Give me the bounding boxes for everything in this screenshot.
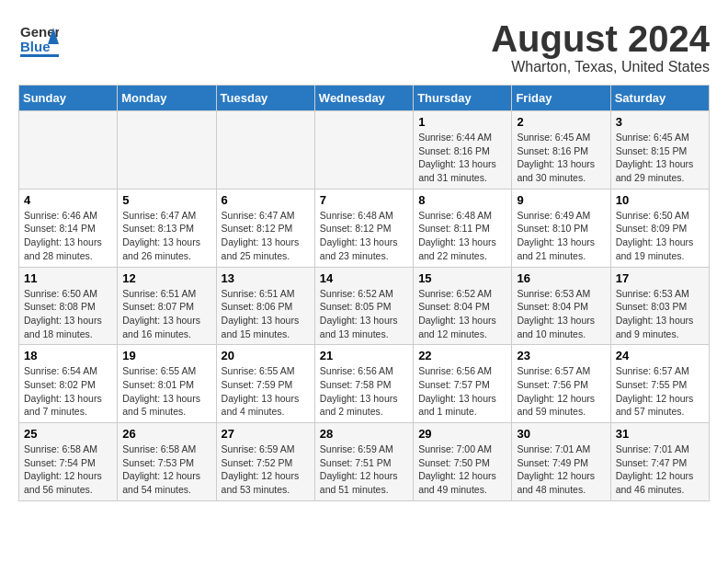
calendar-day-header: Tuesday (216, 86, 314, 111)
day-info: Sunrise: 6:51 AMSunset: 8:06 PMDaylight:… (222, 287, 310, 341)
day-info: Sunrise: 6:56 AMSunset: 7:58 PMDaylight:… (320, 364, 408, 419)
calendar-cell: 30Sunrise: 7:01 AMSunset: 7:49 PMDayligh… (512, 423, 610, 501)
calendar-cell: 2Sunrise: 6:45 AMSunset: 8:16 PMDaylight… (512, 111, 610, 190)
day-number: 12 (122, 271, 210, 285)
day-number: 29 (418, 427, 506, 441)
day-number: 28 (320, 427, 408, 441)
day-number: 27 (222, 427, 310, 441)
day-info: Sunrise: 6:59 AMSunset: 7:52 PMDaylight:… (222, 442, 310, 497)
calendar-cell: 10Sunrise: 6:50 AMSunset: 8:09 PMDayligh… (610, 189, 709, 267)
calendar-cell: 17Sunrise: 6:53 AMSunset: 8:03 PMDayligh… (610, 267, 709, 345)
calendar-cell: 11Sunrise: 6:50 AMSunset: 8:08 PMDayligh… (19, 267, 118, 345)
calendar-cell: 13Sunrise: 6:51 AMSunset: 8:06 PMDayligh… (216, 267, 314, 345)
calendar-cell: 22Sunrise: 6:56 AMSunset: 7:57 PMDayligh… (414, 345, 512, 423)
day-info: Sunrise: 6:55 AMSunset: 8:01 PMDaylight:… (122, 364, 210, 419)
day-info: Sunrise: 6:49 AMSunset: 8:10 PMDaylight:… (517, 209, 605, 263)
day-number: 20 (222, 349, 310, 362)
day-info: Sunrise: 6:46 AMSunset: 8:14 PMDaylight:… (24, 209, 112, 263)
day-info: Sunrise: 6:55 AMSunset: 7:59 PMDaylight:… (222, 364, 310, 419)
day-number: 8 (418, 193, 506, 207)
calendar-week-row: 4Sunrise: 6:46 AMSunset: 8:14 PMDaylight… (19, 189, 710, 267)
calendar-day-header: Monday (118, 86, 216, 111)
day-info: Sunrise: 6:45 AMSunset: 8:16 PMDaylight:… (517, 131, 605, 185)
calendar-cell: 24Sunrise: 6:57 AMSunset: 7:55 PMDayligh… (610, 345, 709, 423)
day-number: 6 (222, 193, 310, 207)
day-info: Sunrise: 6:52 AMSunset: 8:05 PMDaylight:… (320, 287, 408, 341)
day-info: Sunrise: 6:57 AMSunset: 7:55 PMDaylight:… (616, 364, 704, 419)
calendar-day-header: Sunday (19, 86, 118, 111)
day-info: Sunrise: 6:48 AMSunset: 8:11 PMDaylight:… (418, 209, 506, 263)
day-info: Sunrise: 6:53 AMSunset: 8:03 PMDaylight:… (616, 287, 704, 341)
day-number: 1 (418, 115, 506, 129)
calendar-cell (19, 111, 118, 190)
day-number: 26 (122, 427, 210, 441)
page-header: General Blue August 2024 Wharton, Texas,… (18, 18, 710, 75)
day-number: 15 (418, 271, 506, 285)
calendar-cell: 12Sunrise: 6:51 AMSunset: 8:07 PMDayligh… (118, 267, 216, 345)
day-info: Sunrise: 6:47 AMSunset: 8:12 PMDaylight:… (222, 209, 310, 263)
day-info: Sunrise: 6:52 AMSunset: 8:04 PMDaylight:… (418, 287, 506, 341)
day-info: Sunrise: 6:53 AMSunset: 8:04 PMDaylight:… (517, 287, 605, 341)
day-number: 31 (616, 427, 704, 441)
calendar-cell: 19Sunrise: 6:55 AMSunset: 8:01 PMDayligh… (118, 345, 216, 423)
day-number: 13 (222, 271, 310, 285)
day-number: 30 (517, 427, 605, 441)
calendar-week-row: 1Sunrise: 6:44 AMSunset: 8:16 PMDaylight… (19, 111, 710, 190)
day-info: Sunrise: 7:01 AMSunset: 7:47 PMDaylight:… (616, 442, 704, 497)
calendar-cell: 14Sunrise: 6:52 AMSunset: 8:05 PMDayligh… (314, 267, 413, 345)
day-info: Sunrise: 7:00 AMSunset: 7:50 PMDaylight:… (418, 442, 506, 497)
calendar-day-header: Thursday (414, 86, 512, 111)
calendar-cell: 1Sunrise: 6:44 AMSunset: 8:16 PMDaylight… (414, 111, 512, 190)
day-number: 17 (616, 271, 704, 285)
calendar-cell: 8Sunrise: 6:48 AMSunset: 8:11 PMDaylight… (414, 189, 512, 267)
day-info: Sunrise: 6:48 AMSunset: 8:12 PMDaylight:… (320, 209, 408, 263)
calendar-day-header: Saturday (610, 86, 709, 111)
calendar-table: SundayMondayTuesdayWednesdayThursdayFrid… (18, 85, 710, 501)
day-info: Sunrise: 6:58 AMSunset: 7:54 PMDaylight:… (24, 442, 112, 497)
day-number: 16 (517, 271, 605, 285)
day-info: Sunrise: 6:56 AMSunset: 7:57 PMDaylight:… (418, 364, 506, 419)
calendar-cell (118, 111, 216, 190)
day-number: 5 (122, 193, 210, 207)
day-info: Sunrise: 6:50 AMSunset: 8:09 PMDaylight:… (616, 209, 704, 263)
calendar-week-row: 18Sunrise: 6:54 AMSunset: 8:02 PMDayligh… (19, 345, 710, 423)
day-number: 9 (517, 193, 605, 207)
calendar-cell: 25Sunrise: 6:58 AMSunset: 7:54 PMDayligh… (19, 423, 118, 501)
calendar-cell: 26Sunrise: 6:58 AMSunset: 7:53 PMDayligh… (118, 423, 216, 501)
calendar-cell: 28Sunrise: 6:59 AMSunset: 7:51 PMDayligh… (314, 423, 413, 501)
day-number: 23 (517, 349, 605, 362)
calendar-cell (314, 111, 413, 190)
day-number: 4 (24, 193, 112, 207)
title-area: August 2024 Wharton, Texas, United State… (491, 18, 710, 75)
calendar-cell: 5Sunrise: 6:47 AMSunset: 8:13 PMDaylight… (118, 189, 216, 267)
day-info: Sunrise: 6:58 AMSunset: 7:53 PMDaylight:… (122, 442, 210, 497)
calendar-cell: 21Sunrise: 6:56 AMSunset: 7:58 PMDayligh… (314, 345, 413, 423)
calendar-cell: 4Sunrise: 6:46 AMSunset: 8:14 PMDaylight… (19, 189, 118, 267)
calendar-cell: 16Sunrise: 6:53 AMSunset: 8:04 PMDayligh… (512, 267, 610, 345)
calendar-cell: 20Sunrise: 6:55 AMSunset: 7:59 PMDayligh… (216, 345, 314, 423)
day-info: Sunrise: 6:50 AMSunset: 8:08 PMDaylight:… (24, 287, 112, 341)
page-subtitle: Wharton, Texas, United States (491, 59, 710, 75)
calendar-cell: 6Sunrise: 6:47 AMSunset: 8:12 PMDaylight… (216, 189, 314, 267)
calendar-cell: 15Sunrise: 6:52 AMSunset: 8:04 PMDayligh… (414, 267, 512, 345)
svg-text:Blue: Blue (20, 39, 51, 54)
day-info: Sunrise: 6:47 AMSunset: 8:13 PMDaylight:… (122, 209, 210, 263)
calendar-day-header: Friday (512, 86, 610, 111)
day-number: 3 (616, 115, 704, 129)
calendar-cell (216, 111, 314, 190)
day-info: Sunrise: 6:57 AMSunset: 7:56 PMDaylight:… (517, 364, 605, 419)
day-info: Sunrise: 6:59 AMSunset: 7:51 PMDaylight:… (320, 442, 408, 497)
calendar-week-row: 25Sunrise: 6:58 AMSunset: 7:54 PMDayligh… (19, 423, 710, 501)
calendar-cell: 9Sunrise: 6:49 AMSunset: 8:10 PMDaylight… (512, 189, 610, 267)
calendar-cell: 3Sunrise: 6:45 AMSunset: 8:15 PMDaylight… (610, 111, 709, 190)
page-title: August 2024 (491, 18, 710, 59)
day-info: Sunrise: 7:01 AMSunset: 7:49 PMDaylight:… (517, 442, 605, 497)
calendar-cell: 27Sunrise: 6:59 AMSunset: 7:52 PMDayligh… (216, 423, 314, 501)
calendar-cell: 29Sunrise: 7:00 AMSunset: 7:50 PMDayligh… (414, 423, 512, 501)
day-info: Sunrise: 6:54 AMSunset: 8:02 PMDaylight:… (24, 364, 112, 419)
day-number: 7 (320, 193, 408, 207)
calendar-cell: 31Sunrise: 7:01 AMSunset: 7:47 PMDayligh… (610, 423, 709, 501)
logo-icon: General Blue (18, 18, 59, 59)
day-number: 22 (418, 349, 506, 362)
day-number: 11 (24, 271, 112, 285)
